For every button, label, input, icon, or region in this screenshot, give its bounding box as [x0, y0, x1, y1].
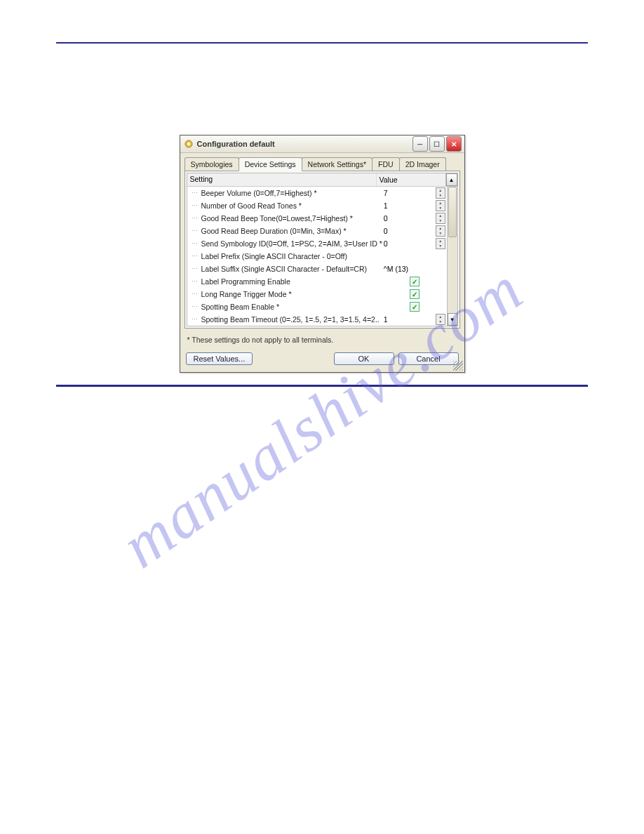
tab-network-settings[interactable]: Network Settings*: [302, 157, 373, 171]
tree-icon: ⋯: [187, 303, 200, 310]
tree-icon: ⋯: [187, 316, 200, 323]
maximize-button[interactable]: ☐: [429, 136, 445, 152]
footnote: * These settings do not apply to all ter…: [180, 329, 464, 348]
tree-icon: ⋯: [187, 265, 200, 272]
setting-label: Send Symbology ID(0=Off, 1=PSC, 2=AIM, 3…: [200, 239, 382, 248]
grid-header: Setting Value ▲: [187, 173, 457, 187]
setting-label: Label Programming Enable: [200, 277, 382, 286]
table-row[interactable]: ⋯ Beeper Volume (0=Off,7=Highest) * 7▲▼: [187, 187, 447, 199]
setting-value[interactable]: ✓: [382, 277, 447, 286]
config-dialog: Configuration default ─ ☐ ✕ Symbologies …: [180, 135, 465, 373]
setting-value[interactable]: 0▲▼: [382, 238, 447, 249]
bottom-rule: [56, 385, 588, 387]
setting-label: Spotting Beam Timeout (0=.25, 1=.5, 2=1,…: [200, 315, 382, 324]
scroll-head: ▲: [445, 173, 457, 186]
setting-label: Number of Good Read Tones *: [200, 201, 382, 210]
tab-strip: Symbologies Device Settings Network Sett…: [180, 153, 464, 171]
reset-values-button[interactable]: Reset Values...: [186, 352, 253, 365]
setting-value[interactable]: ✓: [382, 289, 447, 299]
setting-value[interactable]: 1▲▼: [382, 200, 447, 211]
spinner[interactable]: ▲▼: [436, 187, 445, 199]
setting-value[interactable]: ^M (13): [382, 265, 447, 273]
table-row[interactable]: ⋯ Spotting Beam Enable * ✓: [187, 300, 447, 313]
setting-value[interactable]: 0▲▼: [382, 213, 447, 224]
scroll-thumb[interactable]: [448, 187, 457, 237]
spinner[interactable]: ▲▼: [436, 225, 445, 237]
setting-value[interactable]: 7▲▼: [382, 187, 447, 199]
setting-label: Spotting Beam Enable *: [200, 303, 382, 311]
spinner[interactable]: ▲▼: [436, 238, 445, 249]
scroll-track[interactable]: [448, 187, 457, 313]
tree-icon: ⋯: [187, 190, 200, 197]
tree-icon: ⋯: [187, 240, 200, 247]
table-row[interactable]: ⋯ Label Programming Enable ✓: [187, 275, 447, 288]
top-rule: [56, 42, 588, 44]
tab-fdu[interactable]: FDU: [372, 157, 400, 171]
checkbox-checked-icon[interactable]: ✓: [410, 302, 420, 312]
table-row[interactable]: ⋯ Number of Good Read Tones * 1▲▼: [187, 199, 447, 212]
table-row[interactable]: ⋯ Label Prefix (Single ASCII Character -…: [187, 250, 447, 263]
tree-icon: ⋯: [187, 253, 200, 260]
dialog-buttons: Reset Values... OK Cancel: [180, 348, 464, 372]
col-setting-header[interactable]: Setting: [187, 173, 376, 186]
table-row[interactable]: ⋯ Spotting Beam Timeout (0=.25, 1=.5, 2=…: [187, 313, 447, 326]
setting-label: Label Suffix (Single ASCII Character - D…: [200, 265, 382, 273]
spinner[interactable]: ▲▼: [436, 314, 445, 325]
table-row[interactable]: ⋯ Good Read Beep Tone(0=Lowest,7=Highest…: [187, 212, 447, 225]
grid-body: ⋯ Beeper Volume (0=Off,7=Highest) * 7▲▼ …: [187, 187, 457, 326]
cancel-button[interactable]: Cancel: [398, 352, 459, 365]
setting-label: Good Read Beep Duration (0=Min, 3=Max) *: [200, 227, 382, 235]
scroll-down-icon[interactable]: ▼: [448, 313, 457, 326]
svg-point-1: [187, 143, 190, 145]
tree-icon: ⋯: [187, 291, 200, 298]
grid-rows: ⋯ Beeper Volume (0=Off,7=Highest) * 7▲▼ …: [187, 187, 447, 326]
setting-value[interactable]: ✓: [382, 302, 447, 312]
close-button[interactable]: ✕: [446, 136, 462, 152]
ok-button[interactable]: OK: [334, 352, 394, 365]
titlebar[interactable]: Configuration default ─ ☐ ✕: [180, 135, 464, 153]
table-row[interactable]: ⋯ Label Suffix (Single ASCII Character -…: [187, 263, 447, 275]
scroll-up-icon[interactable]: ▲: [446, 173, 457, 186]
setting-value[interactable]: 1▲▼: [382, 314, 447, 325]
setting-value[interactable]: 0▲▼: [382, 225, 447, 237]
tab-symbologies[interactable]: Symbologies: [185, 157, 239, 171]
dialog-title: Configuration default: [197, 140, 412, 148]
gear-icon: [183, 138, 194, 150]
tree-icon: ⋯: [187, 278, 200, 285]
tab-device-settings[interactable]: Device Settings: [239, 157, 302, 171]
page: Configuration default ─ ☐ ✕ Symbologies …: [0, 0, 644, 415]
vertical-scrollbar[interactable]: ▼: [447, 187, 457, 326]
col-value-header[interactable]: Value: [376, 173, 445, 186]
tab-2d-imager[interactable]: 2D Imager: [399, 157, 446, 171]
tab-panel: Setting Value ▲ ⋯ Beeper Volume (0=Off,7…: [185, 171, 460, 329]
tree-icon: ⋯: [187, 215, 200, 222]
tree-icon: ⋯: [187, 227, 200, 234]
table-row[interactable]: ⋯ Good Read Beep Duration (0=Min, 3=Max)…: [187, 225, 447, 237]
spinner[interactable]: ▲▼: [436, 213, 445, 224]
setting-label: Label Prefix (Single ASCII Character - 0…: [200, 252, 382, 260]
setting-label: Good Read Beep Tone(0=Lowest,7=Highest) …: [200, 214, 382, 223]
tree-icon: ⋯: [187, 202, 200, 209]
window-buttons: ─ ☐ ✕: [412, 136, 462, 152]
settings-grid: Setting Value ▲ ⋯ Beeper Volume (0=Off,7…: [187, 173, 458, 326]
minimize-button[interactable]: ─: [412, 136, 428, 152]
spinner[interactable]: ▲▼: [436, 200, 445, 211]
checkbox-checked-icon[interactable]: ✓: [410, 289, 420, 299]
resize-grip-icon[interactable]: [453, 361, 463, 371]
checkbox-checked-icon[interactable]: ✓: [410, 277, 420, 286]
setting-label: Long Range Trigger Mode *: [200, 290, 382, 298]
table-row[interactable]: ⋯ Long Range Trigger Mode * ✓: [187, 288, 447, 300]
table-row[interactable]: ⋯ Send Symbology ID(0=Off, 1=PSC, 2=AIM,…: [187, 237, 447, 250]
setting-label: Beeper Volume (0=Off,7=Highest) *: [200, 189, 382, 197]
